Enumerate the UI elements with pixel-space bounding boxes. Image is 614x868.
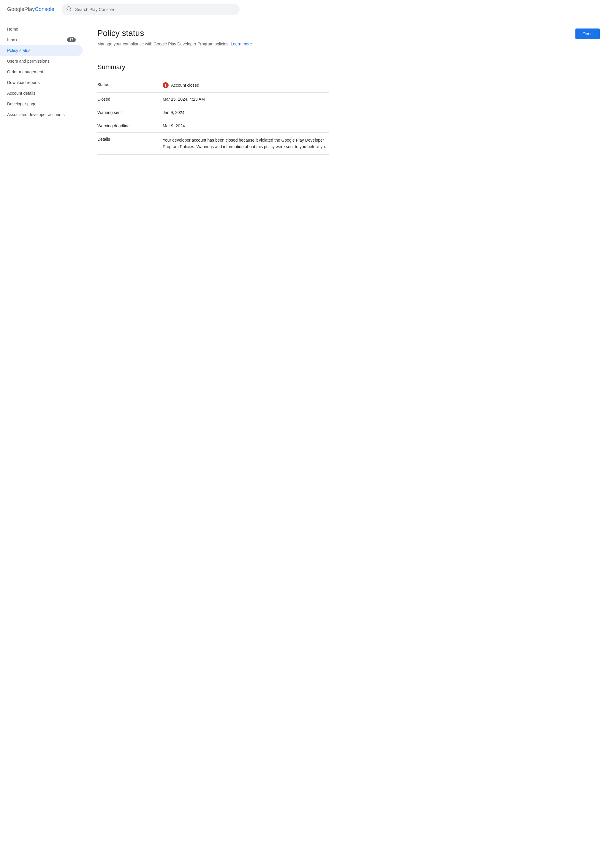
sidebar-item-developer-page[interactable]: Developer page [0, 99, 83, 109]
summary-row-label: Status [98, 82, 163, 87]
sidebar-item-associated-developer[interactable]: Associated developer accounts [0, 109, 83, 120]
summary-row: DetailsYour developer account has been c… [98, 133, 329, 155]
summary-row: Warning deadlineMar 9, 2024 [98, 119, 329, 133]
main-content: Policy status Open Manage your complianc… [83, 19, 614, 164]
search-icon [66, 6, 71, 13]
sidebar-item-inbox[interactable]: Inbox17 [0, 34, 83, 45]
learn-more-link[interactable]: Learn more [231, 42, 252, 46]
sidebar-item-label: Home [7, 27, 18, 31]
layout: HomeInbox17Policy statusUsers and permis… [0, 19, 614, 164]
summary-row: ClosedMar 15, 2024, 4:13 AM [98, 93, 329, 106]
sidebar-item-download-reports[interactable]: Download reports [0, 77, 83, 88]
sidebar-item-home[interactable]: Home [0, 24, 83, 34]
status-container: Account closed [163, 82, 329, 88]
sidebar: HomeInbox17Policy statusUsers and permis… [0, 19, 83, 164]
page-subtitle: Manage your compliance with Google Play … [98, 42, 600, 46]
summary-row-value: Mar 9, 2024 [163, 124, 329, 128]
summary-row-label: Warning deadline [98, 124, 163, 128]
summary-section: Summary StatusAccount closedClosedMar 15… [98, 63, 600, 155]
summary-row-label: Details [98, 137, 163, 142]
sidebar-badge: 17 [67, 37, 76, 42]
summary-row: Warning sentJan 9, 2024 [98, 106, 329, 119]
svg-line-1 [70, 9, 71, 10]
sidebar-item-label: Developer page [7, 102, 37, 106]
logo-console-text: Console [35, 6, 54, 12]
sidebar-item-users-permissions[interactable]: Users and permissions [0, 56, 83, 67]
summary-row-value: Jan 9, 2024 [163, 110, 329, 115]
page-title: Policy status [98, 28, 144, 38]
status-text: Account closed [171, 83, 199, 88]
sidebar-item-order-management[interactable]: Order management [0, 67, 83, 77]
search-bar[interactable] [62, 3, 240, 15]
details-text: Your developer account has been closed b… [163, 137, 329, 150]
sidebar-item-label: Download reports [7, 80, 40, 85]
summary-title: Summary [98, 63, 600, 71]
sidebar-item-label: Policy status [7, 48, 31, 53]
sidebar-item-policy-status[interactable]: Policy status [0, 45, 83, 56]
sidebar-item-label: Account details [7, 91, 35, 96]
svg-point-0 [67, 6, 70, 10]
summary-row-label: Closed [98, 97, 163, 102]
sidebar-item-account-details[interactable]: Account details [0, 88, 83, 99]
summary-table: StatusAccount closedClosedMar 15, 2024, … [98, 78, 329, 155]
summary-row: StatusAccount closed [98, 78, 329, 93]
search-input[interactable] [75, 7, 235, 12]
summary-row-value: Mar 15, 2024, 4:13 AM [163, 97, 329, 102]
logo-google-text: Google [7, 6, 24, 12]
logo-play-text: Play [24, 6, 35, 12]
sidebar-item-label: Users and permissions [7, 59, 49, 64]
open-button[interactable]: Open [575, 28, 600, 39]
summary-row-value: Account closed [163, 82, 329, 88]
status-closed-icon [163, 82, 169, 88]
page-header: Policy status Open [98, 28, 600, 39]
sidebar-item-label: Associated developer accounts [7, 112, 65, 117]
sidebar-item-label: Inbox [7, 37, 17, 42]
header: Google Play Console [0, 0, 614, 19]
logo: Google Play Console [7, 6, 54, 12]
page-subtitle-text: Manage your compliance with Google Play … [98, 42, 229, 46]
summary-row-label: Warning sent [98, 110, 163, 115]
summary-row-value: Your developer account has been closed b… [163, 137, 329, 150]
sidebar-item-label: Order management [7, 70, 43, 74]
